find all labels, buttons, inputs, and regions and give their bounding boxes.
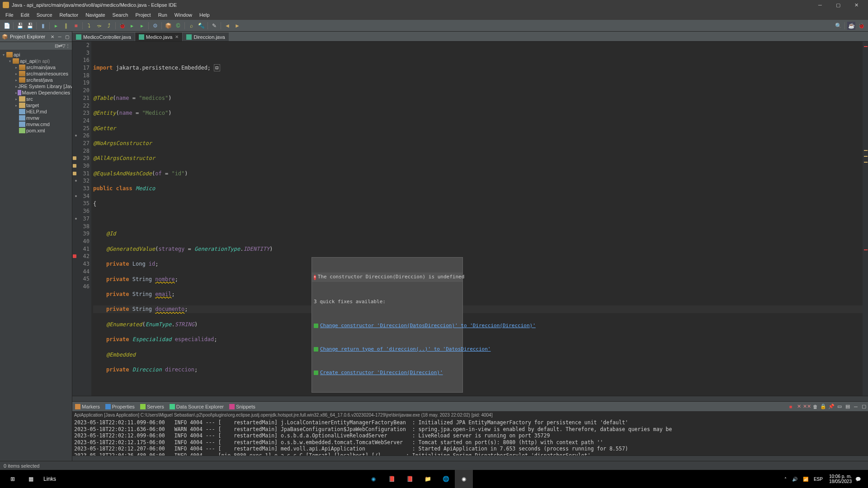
tree-item[interactable]: ▾api (1, 52, 71, 58)
tab-servers[interactable]: Servers (137, 403, 167, 410)
tree-item[interactable]: ▸Maven Dependencies (1, 89, 71, 96)
step-over-icon[interactable]: ⤼ (95, 22, 103, 30)
tree-item[interactable]: pom.xml (1, 127, 71, 134)
tray-wifi-icon[interactable]: 📶 (803, 477, 808, 482)
save-all-button[interactable]: 💾 (26, 22, 34, 30)
open-type-icon[interactable]: ⌕ (187, 22, 195, 30)
new-package-icon[interactable]: 📦 (164, 22, 172, 30)
clear-console-icon[interactable]: 🗑 (811, 403, 819, 411)
tree-item[interactable]: ▸JRE System Library [JavaSE-17] (1, 83, 71, 89)
tab-snippets[interactable]: Snippets (226, 403, 258, 410)
stop-icon[interactable]: ■ (72, 22, 80, 30)
console-scrollbar[interactable] (72, 455, 868, 461)
remove-all-icon[interactable]: ✕✕ (803, 403, 811, 411)
menu-file[interactable]: File (2, 11, 17, 19)
close-icon[interactable]: ✕ (175, 34, 179, 39)
close-view-icon[interactable]: ✕ (49, 33, 56, 40)
editor-tab[interactable]: MedicoController.java (72, 32, 135, 41)
annotation-icon[interactable]: ✎ (210, 22, 218, 30)
editor-tab[interactable]: Direccion.java (183, 32, 228, 41)
minimize-console-icon[interactable]: ─ (852, 403, 860, 411)
task-eclipse-icon[interactable]: ◉ (455, 470, 473, 488)
tree-item[interactable]: ▾api_api (in api) (1, 58, 71, 64)
remove-launch-icon[interactable]: ✕ (795, 403, 803, 411)
close-window-button[interactable]: ✕ (847, 0, 865, 10)
task-files-icon[interactable]: 📁 (419, 470, 437, 488)
quickfix-link-2[interactable]: Create constructor 'Direccion(Direccion)… (312, 369, 462, 377)
resume-icon[interactable]: ▸ (52, 22, 60, 30)
tab-properties[interactable]: Properties (103, 403, 137, 410)
quick-access-icon[interactable]: 🔍 (834, 22, 842, 30)
debug-icon[interactable]: 🐞 (118, 22, 126, 30)
coverage-icon[interactable]: ▸ (138, 22, 146, 30)
pin-console-icon[interactable]: 📌 (827, 403, 835, 411)
collapse-all-icon[interactable]: ⊟ (55, 43, 58, 48)
step-return-icon[interactable]: ⤴ (105, 22, 113, 30)
tray-clock[interactable]: 10:06 p. m. 18/05/2023 (829, 474, 852, 484)
tree-item[interactable]: HELP.md (1, 108, 71, 115)
view-menu-icon[interactable]: ⋮ (66, 43, 70, 48)
maximize-button[interactable]: ▢ (829, 0, 847, 10)
perspective-debug-icon[interactable]: 🐞 (857, 22, 865, 30)
project-tree[interactable]: ▾api▾api_api (in api)▸src/main/java▸src/… (0, 50, 72, 461)
new-button[interactable]: 📄 (3, 22, 11, 30)
search-icon[interactable]: 🔦 (197, 22, 205, 30)
menu-refactor[interactable]: Refactor (56, 11, 82, 19)
tree-item[interactable]: ▸src (1, 96, 71, 102)
menu-window[interactable]: Window (171, 11, 196, 19)
menu-help[interactable]: Help (196, 11, 213, 19)
task-app2-icon[interactable]: 📕 (401, 470, 419, 488)
new-class-icon[interactable]: © (174, 22, 182, 30)
run-icon[interactable]: ▸ (128, 22, 136, 30)
maximize-console-icon[interactable]: ▢ (860, 403, 868, 411)
skip-breakpoints-icon[interactable]: ▮ (39, 22, 47, 30)
quickfix-link-1[interactable]: Change return type of 'direccion(..)' to… (312, 345, 462, 354)
tray-notifs-icon[interactable]: 💬 (855, 477, 861, 482)
tab-markers[interactable]: Markers (72, 403, 103, 410)
menu-search[interactable]: Search (109, 11, 132, 19)
task-app1-icon[interactable]: 📕 (382, 470, 401, 488)
open-console-icon[interactable]: ▤ (844, 403, 852, 411)
menu-source[interactable]: Source (33, 11, 56, 19)
perspective-java-icon[interactable]: ☕ (847, 22, 855, 30)
tab-datasource[interactable]: Data Source Explorer (167, 403, 226, 410)
menu-navigate[interactable]: Navigate (82, 11, 108, 19)
console-output[interactable]: 2023-05-18T22:02:11.099-06:00 INFO 4004 … (72, 418, 868, 455)
pause-icon[interactable]: ∥ (62, 22, 70, 30)
filter-icon[interactable]: ▽ (62, 43, 66, 48)
quickfix-link-0[interactable]: Change constructor 'Direccion(DatosDirec… (312, 322, 462, 330)
horizontal-scrollbar[interactable] (72, 396, 868, 401)
menu-run[interactable]: Run (155, 11, 171, 19)
line-gutter[interactable]: 2316171819202122232425262728293031323334… (77, 42, 91, 396)
editor-tab[interactable]: Medico.java✕ (135, 32, 183, 41)
task-view-icon[interactable]: ▦ (22, 470, 40, 488)
save-button[interactable]: 💾 (16, 22, 24, 30)
tray-chevron-icon[interactable]: ˄ (784, 477, 787, 482)
new-server-icon[interactable]: ⚙ (151, 22, 159, 30)
display-selected-icon[interactable]: ▭ (835, 403, 844, 411)
scroll-lock-icon[interactable]: 🔒 (819, 403, 827, 411)
link-editor-icon[interactable]: ⇄ (58, 43, 62, 48)
tree-item[interactable]: ▸target (1, 102, 71, 108)
tree-item[interactable]: ▸src/main/resources (1, 70, 71, 77)
tray-lang[interactable]: ESP (814, 477, 823, 482)
start-button[interactable]: ⊞ (4, 470, 22, 488)
step-into-icon[interactable]: ⤵ (85, 22, 93, 30)
code-editor[interactable]: import jakarta.persistence.Embedded; ⊟ @… (91, 42, 863, 396)
tree-item[interactable]: mvnw (1, 115, 71, 121)
task-chrome-icon[interactable]: 🌐 (437, 470, 455, 488)
terminate-icon[interactable]: ■ (787, 403, 795, 411)
back-icon[interactable]: ◄ (223, 22, 231, 30)
search-label[interactable]: Links (43, 476, 56, 482)
tray-volume-icon[interactable]: 🔊 (792, 477, 797, 482)
tree-item[interactable]: mvnw.cmd (1, 121, 71, 127)
tree-item[interactable]: ▸src/main/java (1, 64, 71, 70)
maximize-view-icon[interactable]: ▢ (64, 33, 70, 40)
task-edge-icon[interactable]: ◉ (364, 470, 382, 488)
forward-icon[interactable]: ► (233, 22, 241, 30)
overview-ruler[interactable] (863, 42, 868, 396)
menu-edit[interactable]: Edit (17, 11, 33, 19)
menu-project[interactable]: Project (132, 11, 154, 19)
minimize-view-icon[interactable]: ─ (57, 33, 63, 40)
minimize-button[interactable]: ─ (811, 0, 829, 10)
